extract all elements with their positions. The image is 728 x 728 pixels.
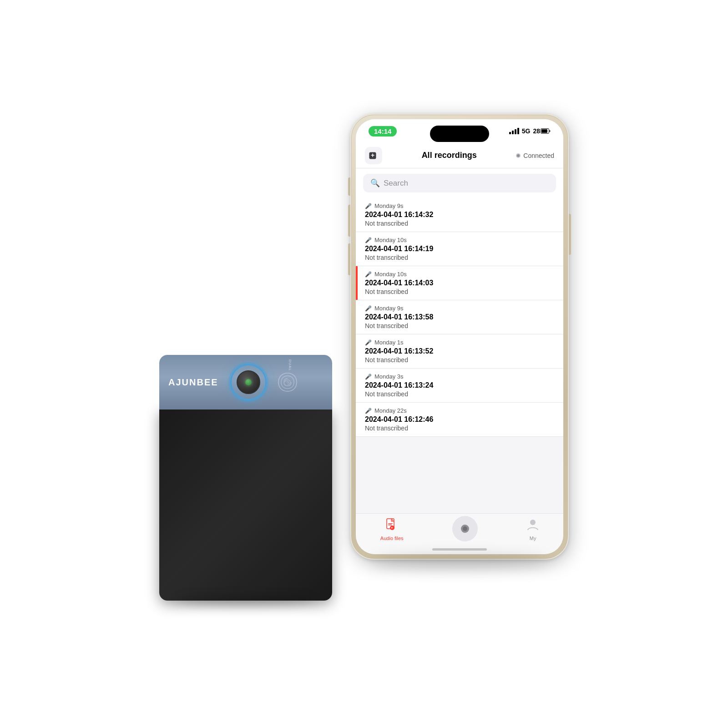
recording-item-6[interactable]: 🎤 Monday 3s 2024-04-01 16:13:24 Not tran… (356, 369, 563, 403)
recordings-list: 🎤 Monday 9s 2024-04-01 16:14:32 Not tran… (356, 198, 563, 437)
search-input[interactable]: Search (384, 179, 408, 188)
recording-datetime-1: 2024-04-01 16:14:32 (365, 211, 554, 219)
recording-datetime-2: 2024-04-01 16:14:19 (365, 245, 554, 253)
status-time: 14:14 (369, 126, 397, 136)
recording-meta-2: 🎤 Monday 10s (365, 237, 554, 243)
recording-status-7: Not transcribed (365, 425, 554, 432)
scene: AJUNBEE DUAL (159, 114, 569, 614)
network-type: 5G (522, 127, 531, 135)
record-button[interactable] (452, 516, 478, 541)
signal-icon (509, 128, 519, 134)
recording-meta-1: 🎤 Monday 9s (365, 202, 554, 209)
tab-audio-files[interactable]: Audio files (380, 518, 404, 541)
connection-status: Connected (516, 152, 554, 159)
recording-status-6: Not transcribed (365, 390, 554, 398)
my-profile-icon (527, 518, 539, 534)
recording-status-2: Not transcribed (365, 254, 554, 261)
recording-item-2[interactable]: 🎤 Monday 10s 2024-04-01 16:14:19 Not tra… (356, 232, 563, 266)
mic-icon-4: 🎤 (365, 305, 372, 312)
dynamic-island (430, 126, 489, 142)
recording-status-5: Not transcribed (365, 356, 554, 364)
recording-day-1: Monday 9s (374, 202, 404, 209)
recording-day-4: Monday 9s (374, 305, 404, 312)
svg-rect-6 (388, 525, 392, 526)
connected-dot (516, 153, 521, 158)
audio-files-icon (386, 518, 398, 534)
connected-label: Connected (523, 152, 554, 159)
recording-datetime-6: 2024-04-01 16:13:24 (365, 381, 554, 389)
device-fingerprint (274, 369, 301, 396)
recording-item-7[interactable]: 🎤 Monday 22s 2024-04-01 16:12:46 Not tra… (356, 403, 563, 437)
phone-shadow (372, 555, 547, 569)
volume-up-button[interactable] (348, 205, 350, 237)
recording-day-2: Monday 10s (374, 237, 407, 243)
svg-rect-1 (541, 129, 547, 133)
phone-frame: 14:14 5G 28 (350, 114, 569, 560)
volume-down-button[interactable] (348, 243, 350, 275)
recording-datetime-7: 2024-04-01 16:12:46 (365, 415, 554, 424)
recording-status-4: Not transcribed (365, 322, 554, 329)
search-icon: 🔍 (370, 178, 380, 188)
recording-meta-6: 🎤 Monday 3s (365, 373, 554, 380)
recording-item-4[interactable]: 🎤 Monday 9s 2024-04-01 16:13:58 Not tran… (356, 300, 563, 334)
recording-status-3: Not transcribed (365, 288, 554, 295)
svg-point-10 (530, 520, 536, 525)
tab-my-label: My (530, 536, 536, 541)
battery-icon: 28 (533, 127, 551, 135)
recording-day-6: Monday 3s (374, 373, 404, 380)
recording-meta-5: 🎤 Monday 1s (365, 339, 554, 346)
svg-point-9 (463, 526, 467, 531)
device-top: AJUNBEE DUAL (159, 355, 332, 410)
device-shadow (177, 596, 315, 605)
device-lens-dot (245, 379, 252, 385)
recording-day-5: Monday 1s (374, 339, 404, 346)
page-title: All recordings (422, 151, 477, 160)
ajunbee-device: AJUNBEE DUAL (159, 355, 332, 601)
device-lens-outer (230, 364, 267, 400)
mic-icon-3: 🎤 (365, 271, 372, 278)
recording-datetime-5: 2024-04-01 16:13:52 (365, 347, 554, 355)
recording-item-1[interactable]: 🎤 Monday 9s 2024-04-01 16:14:32 Not tran… (356, 198, 563, 232)
tab-record[interactable] (452, 516, 478, 543)
recording-status-1: Not transcribed (365, 220, 554, 227)
recording-day-7: Monday 22s (374, 407, 407, 414)
recording-datetime-4: 2024-04-01 16:13:58 (365, 313, 554, 321)
device-bottom (159, 410, 332, 601)
mic-icon-5: 🎤 (365, 339, 372, 346)
recording-item-5[interactable]: 🎤 Monday 1s 2024-04-01 16:13:52 Not tran… (356, 334, 563, 369)
svg-rect-5 (388, 523, 393, 524)
home-indicator (432, 548, 487, 551)
device-brand: AJUNBEE (168, 377, 218, 388)
recording-meta-4: 🎤 Monday 9s (365, 305, 554, 312)
search-container: 🔍 Search (356, 168, 563, 198)
add-recording-button[interactable]: + (365, 147, 382, 164)
recording-day-3: Monday 10s (374, 271, 407, 278)
device-lens-inner (237, 370, 260, 394)
mic-icon-6: 🎤 (365, 374, 372, 380)
recording-meta-7: 🎤 Monday 22s (365, 407, 554, 414)
mic-icon-7: 🎤 (365, 408, 372, 414)
status-right-icons: 5G 28 (509, 127, 551, 135)
recording-datetime-3: 2024-04-01 16:14:03 (365, 279, 554, 287)
recording-meta-3: 🎤 Monday 10s (365, 271, 554, 278)
mic-icon-2: 🎤 (365, 237, 372, 243)
recording-item-3[interactable]: 🎤 Monday 10s 2024-04-01 16:14:03 Not tra… (356, 266, 563, 300)
tab-my[interactable]: My (527, 518, 539, 541)
mute-button[interactable] (348, 177, 350, 196)
tab-audio-files-label: Audio files (380, 536, 404, 541)
search-bar[interactable]: 🔍 Search (363, 174, 556, 192)
mic-icon-1: 🎤 (365, 203, 372, 209)
svg-text:+: + (371, 152, 374, 159)
app-header: + All recordings Connected (356, 143, 563, 168)
device-dual-label: DUAL (288, 359, 292, 371)
phone-screen: 14:14 5G 28 (356, 119, 563, 554)
power-button[interactable] (569, 214, 571, 255)
